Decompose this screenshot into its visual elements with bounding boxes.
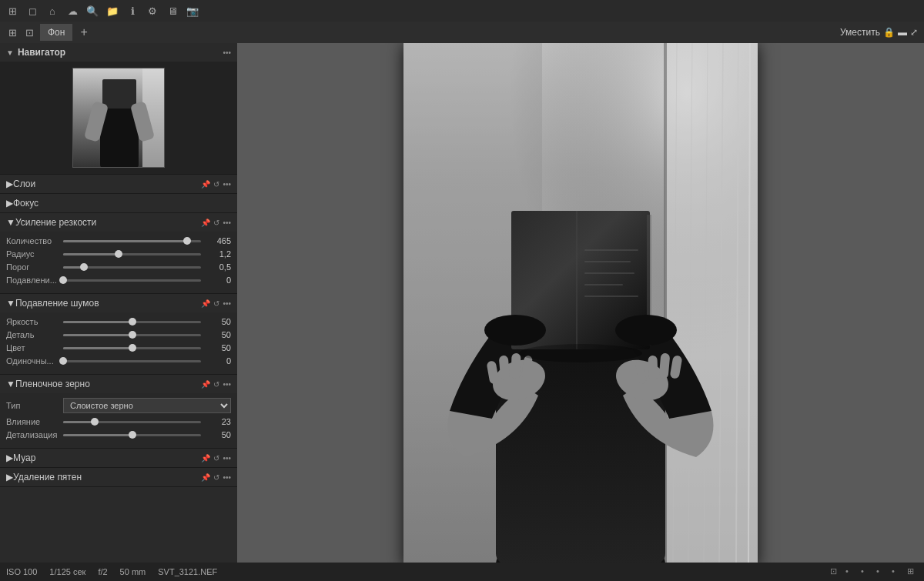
status-dot1: • (845, 566, 856, 577)
noise-detail-row: Деталь 50 (6, 330, 231, 339)
noise-more-icon[interactable]: ••• (223, 299, 231, 308)
layers-sync-icon[interactable]: ↺ (213, 180, 219, 189)
status-expand-icon[interactable]: ⊞ (907, 566, 918, 577)
svg-rect-29 (648, 355, 658, 379)
status-focal-length: 50 mm (120, 567, 146, 576)
svg-rect-35 (584, 249, 638, 251)
noise-sync-icon[interactable]: ↺ (213, 299, 219, 308)
moire-section[interactable]: ▶ Муар 📌 ↺ ••• (0, 449, 237, 468)
noise-detail-slider[interactable] (63, 334, 201, 336)
sharpening-amount-label: Количество (6, 236, 60, 245)
toolbar-icon-info[interactable]: ℹ (126, 5, 139, 17)
svg-rect-4 (102, 79, 136, 109)
noise-luminance-row: Яркость 50 (6, 317, 231, 326)
navigator-thumbnail (0, 62, 237, 174)
moire-pin-icon[interactable]: 📌 (201, 454, 210, 462)
layers-section[interactable]: ▶ Слои 📌 ↺ ••• (0, 175, 237, 194)
main-area: ▼ Навигатор ••• (0, 43, 924, 563)
sharpening-header[interactable]: ▼ Усиление резкости 📌 ↺ ••• (0, 213, 237, 232)
svg-rect-25 (511, 352, 521, 378)
add-tab-button[interactable]: + (77, 25, 90, 39)
nav-image (72, 68, 165, 168)
navigator-header[interactable]: ▼ Навигатор ••• (0, 43, 237, 62)
top-toolbar: ⊞ ◻ ⌂ ☁ 🔍 📁 ℹ ⚙ 🖥 📷 (0, 0, 924, 22)
filmgrain-amount-label: Влияние (6, 417, 60, 426)
lock-icon: 🔒 (883, 27, 895, 38)
toolbar-icon-camera[interactable]: 📷 (186, 5, 199, 17)
filmgrain-pin-icon[interactable]: 📌 (201, 380, 210, 389)
sharpening-radius-slider[interactable] (63, 253, 201, 255)
layers-title: Слои (13, 179, 201, 189)
toolbar-icon-grid[interactable]: ⊞ (6, 5, 18, 17)
second-toolbar: ⊞ ⊡ Фон + Уместить 🔒 ▬ ⤢ (0, 22, 924, 43)
noise-luminance-slider[interactable] (63, 321, 201, 323)
filmgrain-title: Пленочное зерно (15, 379, 202, 389)
photo-container (403, 43, 758, 563)
status-icons: ⊡ • • • • ⊞ (830, 566, 918, 577)
noise-pin-icon[interactable]: 📌 (201, 299, 210, 308)
sharpening-masking-slider[interactable] (63, 279, 201, 282)
focus-title: Фокус (13, 198, 231, 209)
svg-point-41 (615, 315, 677, 346)
svg-rect-36 (584, 261, 631, 262)
filmgrain-amount-slider[interactable] (63, 421, 201, 423)
toolbar-icon-folder[interactable]: 📁 (106, 5, 119, 17)
toolbar-icon-settings[interactable]: ⚙ (146, 5, 159, 17)
svg-rect-18 (667, 43, 758, 563)
filmgrain-amount-row: Влияние 23 (6, 417, 231, 426)
moire-more-icon[interactable]: ••• (223, 454, 231, 462)
sharpening-section: ▼ Усиление резкости 📌 ↺ ••• Количество 4… (0, 213, 237, 294)
status-dot3: • (876, 566, 887, 577)
sharpening-threshold-slider[interactable] (63, 266, 201, 269)
sharpening-amount-slider[interactable] (63, 240, 201, 242)
spot-pin-icon[interactable]: 📌 (201, 473, 210, 482)
spot-more-icon[interactable]: ••• (223, 473, 231, 482)
sharpening-masking-row: Подавлени... 0 (6, 275, 231, 285)
layers-arrow: ▶ (6, 179, 13, 189)
toolbar-icon-monitor[interactable]: 🖥 (166, 5, 179, 17)
filmgrain-more-icon[interactable]: ••• (223, 380, 231, 389)
spot-removal-section[interactable]: ▶ Удаление пятен 📌 ↺ ••• (0, 468, 237, 487)
tab-background[interactable]: Фон (40, 24, 72, 41)
canvas-area (237, 43, 924, 563)
filmgrain-sync-icon[interactable]: ↺ (213, 380, 219, 389)
navigator-more-icon[interactable]: ••• (223, 48, 231, 57)
sharpening-pin-icon[interactable]: 📌 (201, 219, 210, 227)
noise-section: ▼ Подавление шумов 📌 ↺ ••• Яркость 50 (0, 294, 237, 375)
toolbar-icon-home[interactable]: ⌂ (46, 5, 59, 17)
filmgrain-content: Тип Слоистое зерно Влияние 23 Детализаци… (0, 393, 237, 448)
filmgrain-type-select[interactable]: Слоистое зерно (63, 398, 231, 413)
spot-sync-icon[interactable]: ↺ (213, 473, 219, 482)
layers-pin-icon[interactable]: 📌 (201, 180, 210, 189)
focus-section[interactable]: ▶ Фокус (0, 194, 237, 213)
view-toggle-icon: ▬ (898, 27, 907, 38)
noise-color-slider[interactable] (63, 347, 201, 349)
status-aperture: f/2 (98, 567, 107, 576)
noise-detail-label: Деталь (6, 330, 60, 339)
toolbar-icon-search[interactable]: 🔍 (86, 5, 99, 17)
noise-luminance-value: 50 (204, 317, 231, 326)
filmgrain-detail-slider[interactable] (63, 434, 201, 436)
filmgrain-amount-value: 23 (204, 417, 231, 426)
noise-single-slider[interactable] (63, 360, 201, 362)
sharpening-sync-icon[interactable]: ↺ (213, 219, 219, 227)
noise-color-label: Цвет (6, 343, 60, 352)
layers-more-icon[interactable]: ••• (223, 180, 231, 189)
svg-rect-38 (584, 284, 623, 285)
noise-header[interactable]: ▼ Подавление шумов 📌 ↺ ••• (0, 294, 237, 312)
noise-content: Яркость 50 Деталь 50 Цвет (0, 312, 237, 374)
status-view-icon[interactable]: ⊡ (830, 566, 841, 577)
left-panel: ▼ Навигатор ••• (0, 43, 237, 563)
sharpening-radius-row: Радиус 1,2 (6, 249, 231, 259)
filmgrain-detail-row: Детализация 50 (6, 430, 231, 439)
view-single-icon[interactable]: ⊡ (23, 26, 35, 38)
filmgrain-header[interactable]: ▼ Пленочное зерно 📌 ↺ ••• (0, 375, 237, 393)
navigator-title: Навигатор (18, 47, 223, 58)
sharpening-radius-label: Радиус (6, 249, 60, 259)
fit-button[interactable]: Уместить 🔒 ▬ ⤢ (840, 27, 918, 38)
sharpening-more-icon[interactable]: ••• (223, 219, 231, 227)
toolbar-icon-view[interactable]: ◻ (26, 5, 38, 17)
view-grid-icon[interactable]: ⊞ (6, 26, 18, 38)
toolbar-icon-cloud[interactable]: ☁ (66, 5, 79, 17)
moire-sync-icon[interactable]: ↺ (213, 454, 219, 462)
